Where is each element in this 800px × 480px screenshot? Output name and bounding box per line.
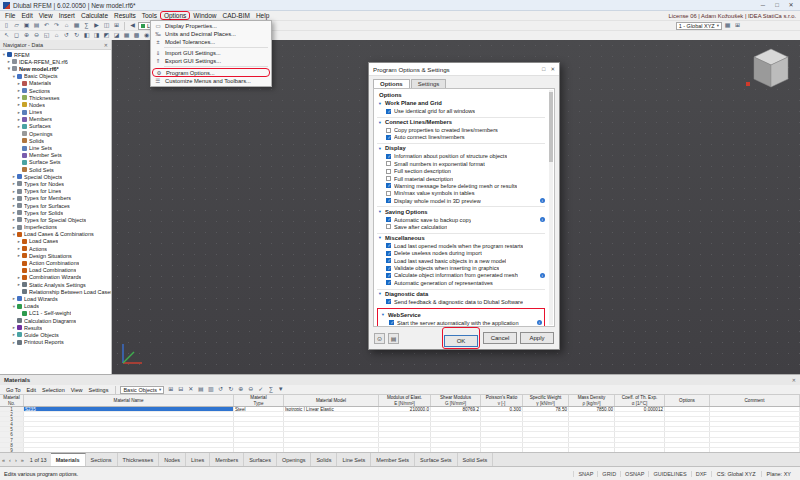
mass-density-cell[interactable]: [569, 427, 615, 431]
table-tab[interactable]: Solid Sets: [458, 453, 494, 466]
sum-icon[interactable]: ∑: [266, 385, 275, 394]
options-cell[interactable]: [665, 412, 710, 416]
panels-icon[interactable]: ◫: [102, 21, 111, 30]
export-table-icon[interactable]: ▥: [206, 385, 215, 394]
modulus-cell[interactable]: [379, 438, 431, 442]
checkbox[interactable]: [386, 183, 391, 188]
option-row[interactable]: Load last opened models when the program…: [377, 242, 545, 249]
material-type-cell[interactable]: [234, 432, 284, 436]
print-icon[interactable]: ▤: [388, 333, 399, 344]
table-menu-item[interactable]: Go To: [3, 387, 24, 393]
delete-all-icon[interactable]: ✕: [186, 385, 195, 394]
scrollbar-thumb[interactable]: [549, 92, 553, 162]
menu-item[interactable]: Calculate: [78, 11, 111, 20]
tree-item[interactable]: ▾ Load Cases & Combinations: [0, 231, 111, 238]
poisson-ratio-cell[interactable]: 0.300: [481, 407, 523, 411]
section-header[interactable]: ▾ Saving Options: [377, 207, 545, 216]
menu-item[interactable]: File: [2, 11, 18, 20]
coordinate-system-combo[interactable]: 1 - Global XYZ ▾: [676, 22, 722, 30]
material-model-cell[interactable]: [284, 443, 379, 447]
grid-icon[interactable]: ⊞: [112, 21, 121, 30]
material-name-cell[interactable]: [24, 443, 234, 447]
print-table-icon[interactable]: ▤: [196, 385, 205, 394]
select-icon[interactable]: ↖: [2, 31, 11, 40]
tree-item[interactable]: Action Combinations: [0, 259, 111, 266]
checkbox[interactable]: [386, 273, 391, 278]
material-model-cell[interactable]: [284, 412, 379, 416]
mass-density-cell[interactable]: [569, 438, 615, 442]
tree-item[interactable]: ▸ Surfaces: [0, 123, 111, 130]
rotate-view-ccw-icon[interactable]: ↺: [62, 31, 71, 40]
material-name-cell[interactable]: [24, 422, 234, 426]
checkbox[interactable]: [386, 243, 391, 248]
tree-item[interactable]: Openings: [0, 130, 111, 137]
option-row[interactable]: Load last saved basic objects in a new m…: [377, 257, 545, 264]
tree-item[interactable]: Member Sets: [0, 152, 111, 159]
zoom-in-icon[interactable]: ⊕: [236, 385, 245, 394]
apply-button[interactable]: Apply: [520, 332, 554, 344]
tree-item[interactable]: ▾ RFEM: [0, 51, 111, 58]
tree-item[interactable]: Line Sets: [0, 144, 111, 151]
specific-weight-cell[interactable]: [523, 412, 569, 416]
tree-item[interactable]: ▸ Printout Reports: [0, 339, 111, 346]
comment-cell[interactable]: [710, 422, 800, 426]
material-name-cell[interactable]: [24, 412, 234, 416]
shear-modulus-cell[interactable]: [431, 417, 481, 421]
snap-grid-icon[interactable]: ⊞: [733, 21, 742, 30]
menu-item[interactable]: Window: [190, 11, 219, 20]
comment-cell[interactable]: [710, 438, 800, 442]
table-menu-item[interactable]: View: [68, 387, 86, 393]
thermal-coeff-cell[interactable]: [615, 422, 665, 426]
coordinate-system-status[interactable]: CS: Global XYZ: [711, 471, 761, 477]
modulus-cell[interactable]: [379, 412, 431, 416]
navigator-close-icon[interactable]: ✕: [104, 42, 108, 48]
tree-item[interactable]: Solid Sets: [0, 166, 111, 173]
view-z-icon[interactable]: ◩: [102, 31, 111, 40]
tree-item[interactable]: ▸ Types for Solids: [0, 209, 111, 216]
status-toggle[interactable]: OSNAP: [620, 471, 648, 477]
checkbox[interactable]: [386, 280, 391, 285]
specific-weight-cell[interactable]: 78.50: [523, 407, 569, 411]
poisson-ratio-cell[interactable]: [481, 412, 523, 416]
menu-item[interactable]: Edit: [18, 11, 35, 20]
first-table-button[interactable]: «: [0, 457, 7, 463]
specific-weight-cell[interactable]: [523, 422, 569, 426]
undo-icon[interactable]: ↺: [216, 385, 225, 394]
zoom-window-icon[interactable]: ◱: [42, 31, 51, 40]
table-tab[interactable]: Lines: [186, 453, 210, 466]
mass-density-cell[interactable]: [569, 417, 615, 421]
table-tab[interactable]: Sections: [86, 453, 118, 466]
maximize-button[interactable]: □: [770, 0, 784, 10]
tree-item[interactable]: ▸ Imperfections: [0, 224, 111, 231]
select-window-icon[interactable]: ◻: [12, 31, 21, 40]
option-row[interactable]: Information about position of structure …: [377, 153, 545, 160]
last-table-button[interactable]: »: [19, 457, 26, 463]
poisson-ratio-cell[interactable]: [481, 432, 523, 436]
tree-item[interactable]: ▸ Lines: [0, 109, 111, 116]
tree-item[interactable]: LC1 - Self-weight: [0, 310, 111, 317]
info-icon[interactable]: i: [537, 320, 543, 326]
material-name-cell[interactable]: [24, 432, 234, 436]
thermal-coeff-cell[interactable]: 0.000012: [615, 407, 665, 411]
modulus-cell[interactable]: [379, 427, 431, 431]
shear-modulus-cell[interactable]: [431, 427, 481, 431]
table-view-combo[interactable]: Basic Objects ▾: [120, 386, 164, 394]
status-toggle[interactable]: GUIDELINES: [648, 471, 690, 477]
menu-item[interactable]: View: [36, 11, 56, 20]
open-model-icon[interactable]: ▱: [12, 21, 21, 30]
checkbox[interactable]: [386, 258, 391, 263]
tree-item[interactable]: ▾ Basic Objects: [0, 73, 111, 80]
checkbox[interactable]: [386, 191, 391, 196]
tree-item[interactable]: ▸ Results: [0, 324, 111, 331]
mass-density-cell[interactable]: [569, 443, 615, 447]
shear-modulus-cell[interactable]: [431, 412, 481, 416]
info-icon[interactable]: i: [540, 198, 546, 204]
save-icon[interactable]: ▣: [22, 21, 31, 30]
material-type-cell[interactable]: [234, 427, 284, 431]
dropdown-menu-item[interactable]: ⚙ Program Options...: [152, 68, 270, 77]
tree-item[interactable]: ▸ Types for Nodes: [0, 180, 111, 187]
option-row[interactable]: Copy properties to created lines/members…: [377, 126, 545, 133]
work-plane-status[interactable]: Plane: XY: [761, 471, 796, 477]
print-icon[interactable]: ▤: [32, 21, 41, 30]
previous-load-case-button[interactable]: ◀: [128, 21, 137, 30]
